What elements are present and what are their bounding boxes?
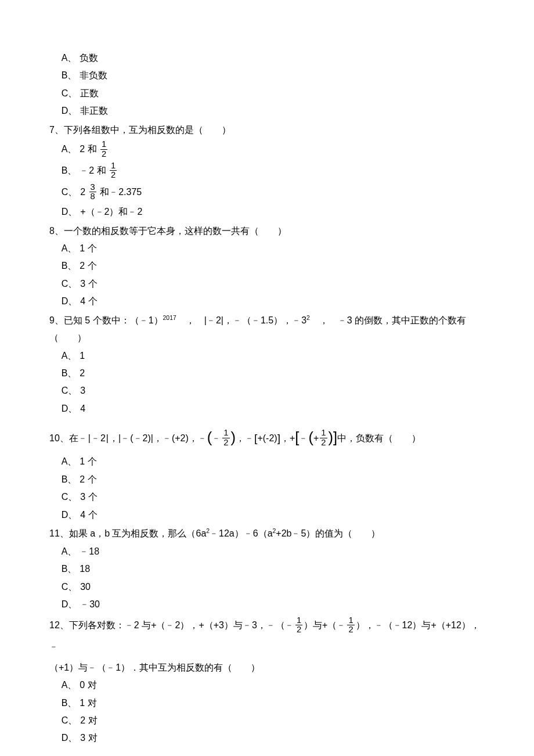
abs-expr: ﹣2 [88, 433, 109, 443]
option: B、2 [62, 365, 485, 382]
option-label: A、 [62, 144, 77, 154]
option: C、3 个 [62, 275, 485, 293]
question-11: 11、如果 a，b 互为相反数，那么（6a2﹣12a）﹣6（a2+2b﹣5）的值… [49, 525, 485, 542]
option: D、4 个 [62, 506, 485, 524]
question-number: 11、 [49, 528, 69, 538]
option: A、1 [62, 347, 485, 365]
fraction-one-half: 12 [320, 429, 327, 447]
option: D、3 对 [62, 729, 485, 747]
option-label: A、 [62, 53, 77, 63]
option: A、0 对 [62, 676, 485, 694]
option: A、负数 [62, 49, 485, 67]
option-label: C、 [62, 187, 78, 197]
option-prefix: 2 [80, 187, 88, 197]
fraction-one-half: 12 [295, 616, 302, 635]
option-text: +（﹣2）和﹣2 [80, 207, 142, 217]
option: C、2 38 和﹣2.375 [62, 182, 485, 203]
option: C、30 [62, 578, 485, 596]
option: D、4 [62, 400, 485, 417]
option: D、4 个 [62, 293, 485, 310]
option: C、2 对 [62, 712, 485, 729]
fraction-one-half: 12 [347, 616, 354, 635]
option-prefix: 2 和 [80, 144, 99, 154]
fraction-three-eighths: 38 [89, 183, 96, 201]
question-9: 9、已知 5 个数中：（﹣1）2017 ， |﹣2|，﹣（﹣1.5），﹣32 ，… [49, 312, 485, 347]
question-number: 12、 [49, 620, 69, 630]
option: D、﹣30 [62, 596, 485, 613]
question-text: 下列各组数中，互为相反数的是（ ） [64, 125, 231, 135]
option: D、+（﹣2）和﹣2 [62, 203, 485, 221]
option-label: B、 [62, 70, 77, 80]
option: C、3 个 [62, 488, 485, 506]
option-text: 非正数 [80, 106, 108, 116]
option: A、1 个 [62, 453, 485, 470]
question-8: 8、一个数的相反数等于它本身，这样的数一共有（ ） [49, 222, 485, 240]
question-number: 10、 [49, 433, 69, 443]
option-text: 负数 [80, 53, 98, 63]
option-text: 正数 [80, 88, 99, 98]
option: B、2 个 [62, 471, 485, 488]
question-number: 8、 [49, 226, 64, 236]
option: C、正数 [62, 85, 485, 102]
option: A、1 个 [62, 240, 485, 257]
question-10: 10、在﹣﹣2，|﹣(﹣2)|，﹣(+2)，﹣(﹣12)，﹣[+(-2)]，+[… [49, 419, 485, 453]
option: B、2 个 [62, 257, 485, 275]
option: B、18 [62, 560, 485, 578]
fraction-one-half: 12 [100, 140, 107, 159]
question-text: 一个数的相反数等于它本身，这样的数一共有（ ） [64, 226, 287, 236]
option-tail: 和﹣2.375 [98, 187, 142, 197]
option: B、1 对 [62, 694, 485, 712]
option: A、2 和 12 [62, 139, 485, 160]
fraction-one-half: 12 [110, 161, 117, 180]
option-label: B、 [62, 165, 77, 175]
exponent: 2017 [163, 315, 176, 321]
option: B、﹣2 和 12 [62, 160, 485, 182]
option-label: D、 [62, 106, 78, 116]
option: C、3 [62, 382, 485, 399]
question-12: 12、下列各对数：﹣2 与+（﹣2），+（+3）与﹣3，﹣（﹣12）与+（﹣12… [49, 615, 485, 658]
option-label: C、 [62, 88, 78, 98]
fraction-one-half: 12 [222, 429, 229, 447]
option-prefix: ﹣2 和 [80, 165, 109, 175]
option: D、非正数 [62, 102, 485, 120]
option-label: D、 [62, 207, 78, 217]
question-number: 7、 [49, 125, 64, 135]
question-12-cont: （+1）与﹣（﹣1）．其中互为相反数的有（ ） [49, 659, 485, 676]
question-7: 7、下列各组数中，互为相反数的是（ ） [49, 121, 485, 139]
option-text: 非负数 [80, 70, 107, 80]
option: A、﹣18 [62, 543, 485, 560]
option: B、非负数 [62, 67, 485, 84]
question-number: 9、 [49, 315, 64, 325]
